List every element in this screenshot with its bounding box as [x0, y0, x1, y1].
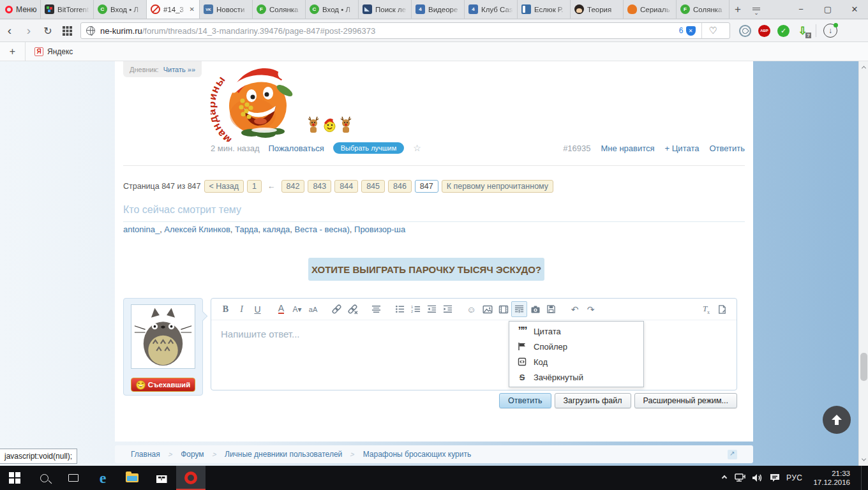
adblock-plus-icon[interactable]: ABP [758, 25, 770, 37]
viewer-link[interactable]: каляда [263, 225, 290, 234]
taskbar-clock[interactable]: 21:33 17.12.2016 [808, 469, 855, 487]
volume-icon[interactable] [751, 473, 763, 483]
page-845-button[interactable]: 845 [361, 180, 385, 193]
start-button[interactable] [0, 466, 29, 490]
viewer-link[interactable]: antonina_ [123, 225, 160, 234]
page-842-button[interactable]: 842 [281, 180, 305, 193]
browser-tab[interactable]: CВход • Л [94, 0, 147, 19]
edge-taskbar-button[interactable]: e [88, 466, 117, 490]
page-1-button[interactable]: 1 [247, 180, 262, 193]
language-indicator[interactable]: РУС [786, 473, 803, 482]
bulleted-list-button[interactable] [392, 301, 408, 317]
reply-link[interactable]: Ответить [709, 144, 745, 153]
footer-nav-link[interactable]: Марафоны бросающих курить [363, 450, 471, 459]
browser-tab[interactable]: Сериаль [624, 0, 677, 19]
browser-tab-active[interactable]: #14_3✕ [147, 0, 200, 19]
ad-banner[interactable]: ХОТИТЕ ВЫИГРАТЬ ПАРОЧКУ ТЫСЯЧ ЭСКУДО? [308, 258, 544, 281]
browser-tab[interactable]: CВход • Л [306, 0, 359, 19]
dropdown-item-quote[interactable]: ””Цитата [509, 323, 643, 339]
browser-tab[interactable]: FСолянка [253, 0, 306, 19]
tab-close-icon[interactable]: ✕ [189, 6, 195, 13]
bbcode-source-button[interactable] [714, 301, 730, 317]
taskbar-search-button[interactable] [29, 466, 59, 490]
italic-button[interactable]: I [234, 301, 250, 317]
task-view-button[interactable] [59, 466, 88, 490]
screenshot-button[interactable] [527, 301, 543, 317]
downloads-button[interactable]: ↓ [823, 24, 837, 38]
text-color-button[interactable]: A [273, 301, 289, 317]
footer-nav-link[interactable]: Личные дневники пользователей [225, 450, 342, 459]
viewer-link[interactable]: Тарда [235, 225, 258, 234]
insert-image-button[interactable] [479, 301, 495, 317]
url-field[interactable]: ne-kurim.ru/forum/threads/14_3-mandariny… [80, 22, 730, 39]
scrollbar-up-arrow[interactable] [859, 63, 868, 72]
action-center-icon[interactable] [769, 473, 781, 483]
external-link-icon[interactable] [728, 450, 737, 459]
remove-format-button[interactable]: Tx [698, 301, 714, 317]
numbered-list-button[interactable]: 12 [408, 301, 424, 317]
smilies-button[interactable]: ☺ [463, 301, 479, 317]
footer-nav-link[interactable]: Главная [131, 450, 160, 459]
tray-expand-icon[interactable] [722, 475, 727, 480]
diary-read-link[interactable]: Читать »» [163, 66, 195, 73]
undo-button[interactable]: ↶ [567, 301, 583, 317]
post-number[interactable]: #16935 [563, 144, 590, 153]
opera-taskbar-button[interactable] [176, 466, 206, 490]
browser-tab[interactable]: FСолянка [677, 0, 730, 19]
underline-button[interactable]: U [250, 301, 266, 317]
like-link[interactable]: Мне нравится [601, 144, 655, 153]
user-avatar[interactable] [131, 304, 195, 369]
viewer-link[interactable]: Алексей Клинков [164, 225, 230, 234]
dropdown-item-code[interactable]: Код [509, 354, 643, 369]
reload-button[interactable]: ↻ [38, 25, 57, 37]
indent-button[interactable] [440, 301, 456, 317]
back-button[interactable]: ‹ [0, 24, 19, 38]
page-scrollbar[interactable] [858, 61, 868, 466]
show-desktop-button[interactable] [861, 466, 864, 490]
star-icon[interactable]: ☆ [413, 143, 421, 153]
windows-store-button[interactable] [147, 466, 176, 490]
browser-tab[interactable]: Поиск ле [359, 0, 412, 19]
network-icon[interactable] [734, 473, 745, 483]
close-button[interactable]: ✕ [841, 0, 868, 19]
speed-dial-icon[interactable] [57, 26, 77, 36]
pick-best-button[interactable]: Выбрать лучшим [333, 142, 405, 154]
dropdown-item-flag[interactable]: Спойлер [509, 339, 643, 354]
page-843-button[interactable]: 843 [308, 180, 331, 193]
add-bookmark-button[interactable]: + [0, 42, 26, 61]
file-explorer-button[interactable] [117, 466, 147, 490]
text-case-button[interactable]: aA [305, 301, 321, 317]
bookmark-heart-button[interactable]: ♡ [701, 23, 724, 38]
browser-tab[interactable]: 4Видеоре [412, 0, 465, 19]
browser-menu-button[interactable]: Меню [0, 0, 41, 19]
tab-list-button[interactable]: ⌄ [752, 5, 760, 14]
secondary-button[interactable]: Расширенный режим... [634, 393, 737, 408]
report-link[interactable]: Пожаловаться [268, 144, 324, 153]
reply-textarea[interactable]: Напишите ответ... [211, 320, 737, 348]
outdent-button[interactable] [424, 301, 440, 317]
save-draft-button[interactable] [543, 301, 559, 317]
scrollbar-thumb[interactable] [860, 353, 867, 381]
reply-submit-button[interactable]: Ответить [499, 393, 551, 408]
quote-link[interactable]: + Цитата [665, 144, 700, 153]
scrollbar-down-arrow[interactable] [859, 455, 868, 464]
viewer-link[interactable]: Веста - весна) [295, 225, 350, 234]
first-unread-button[interactable]: К первому непрочитанному [442, 180, 553, 193]
maximize-button[interactable]: ▢ [814, 0, 841, 19]
viewer-link[interactable]: Провизор-ша [354, 225, 405, 234]
bold-button[interactable]: B [218, 301, 234, 317]
forward-button[interactable]: › [19, 24, 38, 38]
post-timestamp[interactable]: 2 мин. назад [211, 144, 259, 153]
page-846-button[interactable]: 846 [388, 180, 412, 193]
dropdown-item-strike[interactable]: SЗачёркнутый [509, 369, 643, 385]
page-844-button[interactable]: 844 [334, 180, 358, 193]
secondary-button[interactable]: Загрузить файл [555, 393, 631, 408]
blocked-counter[interactable]: 6 ✕ [679, 26, 701, 36]
extension-droplet-icon[interactable] [739, 25, 751, 37]
minimize-button[interactable]: − [788, 0, 814, 19]
footer-nav-link[interactable]: Форум [181, 450, 204, 459]
browser-tab[interactable]: Теория [571, 0, 624, 19]
alignment-button[interactable] [368, 301, 384, 317]
new-tab-button[interactable]: + [735, 3, 741, 16]
browser-tab[interactable]: 4Клуб Cas [465, 0, 518, 19]
